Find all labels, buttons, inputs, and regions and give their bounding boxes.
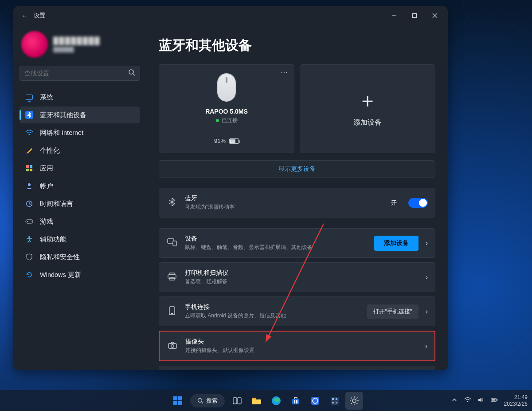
back-button[interactable]: ← bbox=[20, 12, 29, 19]
sidebar-item-privacy[interactable]: 隐私和安全性 bbox=[20, 249, 140, 265]
sidebar-item-bluetooth[interactable]: 蓝牙和其他设备 bbox=[20, 107, 140, 123]
svg-point-11 bbox=[31, 221, 32, 222]
row-subtitle: 鼠标、键盘、触笔、音频、显示器和扩展坞、其他设备 bbox=[185, 244, 367, 251]
search-icon bbox=[128, 69, 135, 78]
app-icon-1[interactable] bbox=[306, 392, 324, 410]
wifi-icon bbox=[25, 128, 34, 137]
user-sub: ██████ bbox=[53, 47, 101, 52]
plus-icon: ＋ bbox=[358, 91, 377, 110]
sidebar-item-time[interactable]: 时间和语言 bbox=[20, 195, 140, 212]
sidebar-item-label: 网络和 Internet bbox=[40, 129, 83, 137]
svg-point-6 bbox=[28, 134, 30, 135]
sidebar-item-network[interactable]: 网络和 Internet bbox=[20, 124, 140, 141]
device-status: 已连接 bbox=[216, 117, 238, 124]
close-button[interactable] bbox=[425, 8, 445, 23]
svg-rect-16 bbox=[168, 275, 176, 278]
sidebar-item-apps[interactable]: 应用 bbox=[20, 160, 140, 177]
device-card-mouse[interactable]: ⋯ RAPOO 5.0MS 已连接 91% bbox=[159, 64, 294, 153]
sidebar-item-label: Windows 更新 bbox=[40, 271, 81, 279]
tray-clock[interactable]: 21:49 2023/2/26 bbox=[504, 394, 528, 407]
titlebar: ← 设置 bbox=[13, 6, 448, 25]
svg-rect-42 bbox=[332, 398, 334, 400]
monitor-icon bbox=[25, 93, 34, 102]
svg-rect-39 bbox=[296, 402, 297, 403]
sidebar-item-label: 蓝牙和其他设备 bbox=[40, 111, 86, 119]
sidebar-item-accounts[interactable]: 帐户 bbox=[20, 178, 140, 194]
bluetooth-icon bbox=[166, 198, 178, 208]
add-device-tile[interactable]: ＋ 添加设备 bbox=[300, 64, 435, 153]
maximize-button[interactable] bbox=[404, 8, 425, 23]
row-title: 摄像头 bbox=[185, 338, 418, 346]
sidebar-item-accessibility[interactable]: 辅助功能 bbox=[20, 231, 140, 248]
sidebar-item-label: 个性化 bbox=[40, 146, 60, 155]
svg-line-53 bbox=[356, 397, 357, 398]
sidebar-item-system[interactable]: 系统 bbox=[20, 89, 140, 106]
app-icon-2[interactable] bbox=[326, 392, 344, 410]
svg-point-10 bbox=[31, 221, 31, 221]
row-camera[interactable]: 摄像头 连接的摄像头、默认图像设置 › bbox=[159, 331, 435, 361]
camera-icon bbox=[167, 342, 178, 351]
user-name: ████████ bbox=[53, 37, 101, 45]
sidebar-item-label: 隐私和安全性 bbox=[40, 253, 80, 261]
svg-rect-32 bbox=[238, 398, 241, 404]
tray-date: 2023/2/26 bbox=[504, 401, 528, 407]
row-title: 手机连接 bbox=[185, 303, 360, 311]
show-more-devices[interactable]: 显示更多设备 bbox=[159, 160, 435, 178]
sidebar-item-update[interactable]: Windows 更新 bbox=[20, 266, 140, 283]
svg-rect-37 bbox=[296, 400, 297, 402]
chevron-right-icon: › bbox=[426, 308, 428, 316]
brush-icon bbox=[25, 146, 34, 155]
svg-rect-44 bbox=[332, 402, 334, 403]
clock-icon bbox=[25, 199, 34, 208]
row-phone-link[interactable]: 手机连接 立即获取 Android 设备的照片、短信及其他 打开"手机连接" › bbox=[159, 296, 435, 326]
tray-battery-icon[interactable] bbox=[491, 396, 498, 405]
svg-rect-28 bbox=[178, 401, 182, 405]
add-device-button[interactable]: 添加设备 bbox=[374, 236, 419, 251]
svg-point-12 bbox=[28, 236, 30, 238]
user-block[interactable]: ████████ ██████ bbox=[21, 31, 138, 58]
battery-icon bbox=[229, 138, 239, 144]
row-title: 设备 bbox=[185, 235, 367, 243]
tray-time: 21:49 bbox=[504, 394, 528, 400]
svg-point-21 bbox=[171, 344, 174, 347]
search-box[interactable] bbox=[20, 66, 140, 81]
settings-window: ← 设置 ████████ ██████ bbox=[13, 6, 448, 370]
printer-icon bbox=[166, 273, 178, 282]
sidebar-item-personalization[interactable]: 个性化 bbox=[20, 142, 140, 159]
app-title: 设置 bbox=[34, 12, 45, 20]
bluetooth-toggle[interactable] bbox=[408, 198, 428, 208]
phone-icon bbox=[166, 306, 178, 317]
row-subtitle: 首选项、疑难解答 bbox=[185, 278, 419, 285]
svg-rect-43 bbox=[336, 398, 337, 400]
tray-wifi-icon[interactable] bbox=[464, 396, 471, 405]
svg-rect-14 bbox=[173, 241, 176, 246]
svg-point-4 bbox=[129, 70, 133, 74]
chevron-right-icon: › bbox=[425, 342, 427, 350]
explorer-icon[interactable] bbox=[248, 392, 266, 410]
row-printers[interactable]: 打印机和扫描仪 首选项、疑难解答 › bbox=[159, 262, 435, 292]
settings-taskbar-icon[interactable] bbox=[345, 392, 363, 410]
sidebar-item-gaming[interactable]: 游戏 bbox=[20, 213, 140, 230]
content: 蓝牙和其他设备 ⋯ RAPOO 5.0MS 已连接 91% bbox=[146, 25, 448, 370]
page-title: 蓝牙和其他设备 bbox=[159, 36, 435, 55]
more-icon[interactable]: ⋯ bbox=[281, 68, 289, 77]
row-devices[interactable]: 设备 鼠标、键盘、触笔、音频、显示器和扩展坞、其他设备 添加设备 › bbox=[159, 228, 435, 258]
row-mouse[interactable]: 鼠标 bbox=[159, 366, 435, 370]
sidebar-item-label: 帐户 bbox=[40, 182, 53, 190]
devices-icon bbox=[166, 238, 178, 248]
system-tray[interactable]: 21:49 2023/2/26 bbox=[451, 394, 528, 407]
tray-volume-icon[interactable] bbox=[477, 396, 485, 405]
store-icon[interactable] bbox=[287, 392, 305, 410]
open-phone-link-button[interactable]: 打开"手机连接" bbox=[367, 304, 418, 319]
edge-icon[interactable] bbox=[267, 392, 285, 410]
minimize-button[interactable] bbox=[384, 8, 404, 23]
search-input[interactable] bbox=[24, 70, 128, 77]
task-view-button[interactable] bbox=[228, 392, 246, 410]
start-button[interactable] bbox=[169, 392, 187, 410]
tray-chevron-icon[interactable] bbox=[451, 396, 458, 405]
taskbar-search[interactable]: 搜索 bbox=[190, 394, 225, 407]
svg-rect-31 bbox=[233, 398, 237, 404]
toggle-state-label: 开 bbox=[391, 199, 397, 207]
svg-point-29 bbox=[198, 398, 202, 402]
svg-line-52 bbox=[356, 403, 357, 404]
